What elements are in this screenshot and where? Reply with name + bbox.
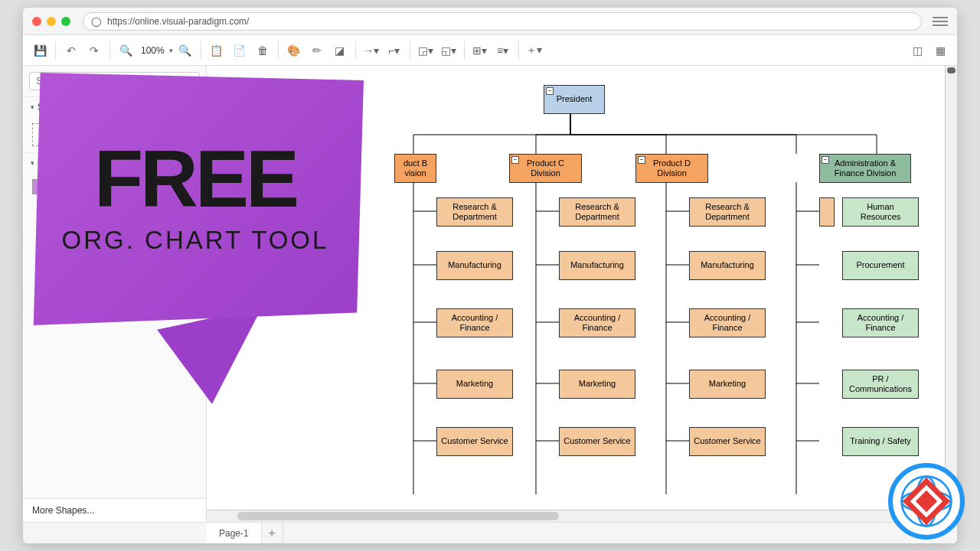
banner-ribbon: FREE ORG. CHART TOOL: [27, 73, 364, 325]
node-dept[interactable]: Accounting / Finance: [436, 308, 513, 337]
align-button[interactable]: ≡▾: [492, 40, 514, 61]
node-division-d[interactable]: − Product D Division: [635, 154, 708, 183]
to-front-button[interactable]: ◲▾: [415, 40, 436, 61]
copy-button[interactable]: 📋: [206, 40, 227, 61]
zoom-out-button[interactable]: 🔍: [115, 40, 136, 61]
node-dept[interactable]: Training / Safety: [842, 427, 919, 456]
scrollbar-thumb[interactable]: [237, 512, 559, 520]
bottom-bar: Page-1 +: [23, 522, 957, 543]
node-dept[interactable]: Manufacturing: [689, 251, 766, 280]
horizontal-scrollbar[interactable]: [207, 510, 945, 522]
outline-panel-button[interactable]: ▦: [929, 40, 951, 61]
node-dept[interactable]: Accounting / Finance: [559, 308, 635, 337]
format-panel-button[interactable]: ◫: [906, 40, 928, 61]
vertical-scrollbar[interactable]: [945, 66, 957, 510]
node-dept[interactable]: Research & Department: [689, 197, 766, 227]
minimize-window-button[interactable]: [47, 17, 56, 26]
to-back-button[interactable]: ◱▾: [438, 40, 459, 61]
url-bar[interactable]: ◯ https://online.visual-paradigm.com/: [83, 12, 922, 31]
node-dept[interactable]: Human Resources: [842, 197, 919, 227]
window-controls: [32, 17, 70, 26]
node-dept[interactable]: Manufacturing: [559, 251, 635, 280]
maximize-window-button[interactable]: [61, 17, 70, 26]
globe-icon: ◯: [91, 16, 101, 27]
waypoint-button[interactable]: ⌐▾: [384, 40, 405, 61]
collapse-icon[interactable]: −: [638, 156, 645, 164]
brand-logo: [888, 463, 965, 540]
fill-color-button[interactable]: 🎨: [283, 40, 305, 61]
node-dept[interactable]: Accounting / Finance: [689, 308, 766, 337]
add-button[interactable]: ＋▾: [524, 40, 545, 61]
node-dept[interactable]: Marketing: [689, 370, 766, 399]
node-dept[interactable]: Accounting / Finance: [842, 308, 919, 337]
node-division-b[interactable]: duct B vision: [394, 154, 436, 183]
scrollbar-thumb[interactable]: [947, 67, 956, 73]
more-shapes-button[interactable]: More Shapes...: [23, 498, 206, 522]
browser-titlebar: ◯ https://online.visual-paradigm.com/: [23, 8, 957, 35]
collapse-icon[interactable]: −: [822, 156, 829, 164]
paste-button[interactable]: 📄: [229, 40, 250, 61]
collapse-icon[interactable]: −: [546, 87, 554, 95]
redo-button[interactable]: ↷: [83, 40, 105, 61]
promo-subtitle: ORG. CHART TOOL: [62, 226, 329, 255]
collapse-icon[interactable]: −: [511, 156, 519, 164]
group-button[interactable]: ⊞▾: [469, 40, 491, 61]
promo-title: FREE: [94, 143, 296, 216]
node-dept-partial[interactable]: [819, 197, 835, 227]
node-dept[interactable]: Customer Service: [689, 427, 766, 456]
node-dept[interactable]: Research & Department: [436, 197, 513, 227]
node-dept[interactable]: Procurement: [842, 251, 919, 280]
node-president[interactable]: − President: [544, 85, 605, 114]
page-tab-1[interactable]: Page-1: [207, 523, 262, 543]
url-text: https://online.visual-paradigm.com/: [107, 16, 249, 27]
add-page-button[interactable]: +: [262, 523, 283, 543]
close-window-button[interactable]: [32, 17, 41, 26]
node-division-admin[interactable]: − Administration & Finance Division: [819, 154, 911, 183]
node-dept[interactable]: Manufacturing: [436, 251, 513, 280]
line-color-button[interactable]: ✏: [306, 40, 328, 61]
node-dept[interactable]: Marketing: [559, 370, 635, 399]
undo-button[interactable]: ↶: [60, 40, 82, 61]
toolbar: 💾 ↶ ↷ 🔍 100% ▾ 🔍 📋 📄 🗑 🎨 ✏ ◪ →▾ ⌐▾ ◲▾ ◱▾…: [23, 35, 957, 66]
menu-button[interactable]: [933, 14, 948, 29]
zoom-level[interactable]: 100%: [138, 45, 168, 56]
delete-button[interactable]: 🗑: [252, 40, 273, 61]
connector-style-button[interactable]: →▾: [361, 40, 382, 61]
node-dept[interactable]: Research & Department: [559, 197, 635, 227]
node-dept[interactable]: Customer Service: [559, 427, 635, 456]
shadow-button[interactable]: ◪: [329, 40, 351, 61]
banner-tail: [157, 308, 279, 412]
node-dept[interactable]: PR / Communications: [842, 370, 919, 399]
node-dept[interactable]: Marketing: [436, 370, 513, 399]
node-division-c[interactable]: − Product C Division: [509, 154, 582, 183]
promo-banner: FREE ORG. CHART TOOL: [27, 73, 364, 402]
save-button[interactable]: 💾: [29, 40, 51, 61]
node-dept[interactable]: Customer Service: [436, 427, 513, 456]
zoom-in-button[interactable]: 🔍: [175, 40, 196, 61]
